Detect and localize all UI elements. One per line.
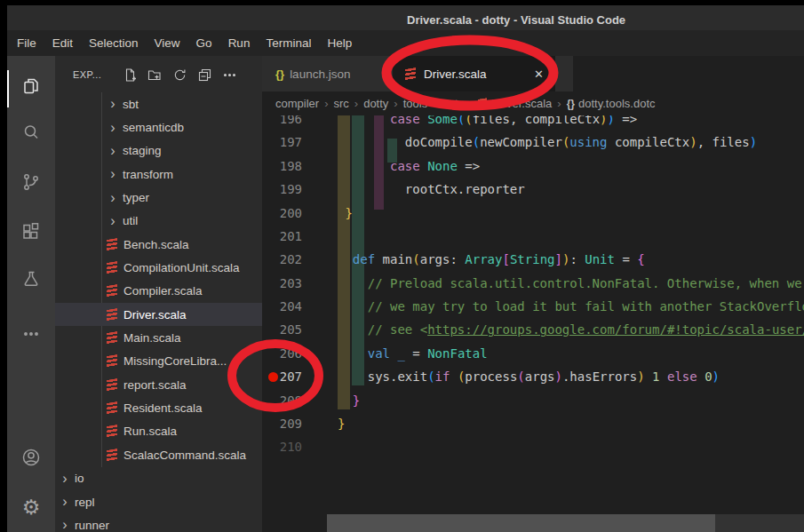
line-number-198[interactable]: 198 — [262, 155, 308, 178]
line-number-199[interactable]: 199 — [262, 178, 308, 201]
tree-item-semanticdb[interactable]: ›semanticdb — [55, 115, 262, 139]
tree-item-typer[interactable]: ›typer — [55, 186, 262, 209]
code-line-198[interactable]: case None => — [338, 155, 804, 178]
breadcrumb-label: dotty — [363, 97, 388, 110]
tree-item-resident-scala[interactable]: Resident.scala — [55, 396, 262, 419]
line-number-203[interactable]: 203 — [262, 272, 308, 295]
symbol-namespace-icon: {} — [567, 98, 575, 110]
code-line-210[interactable] — [338, 435, 804, 458]
breadcrumb-item-tools[interactable]: tools — [403, 97, 427, 110]
tree-item-missingcorelibra[interactable]: MissingCoreLibra... — [55, 350, 262, 373]
more-views-button[interactable] — [7, 318, 55, 350]
menu-item-file[interactable]: File — [9, 30, 44, 56]
menu-item-help[interactable]: Help — [319, 30, 360, 56]
account-icon — [20, 447, 42, 468]
extensions-view-button[interactable] — [7, 216, 55, 248]
line-number-207[interactable]: 207 — [262, 365, 308, 388]
code-token: using — [569, 135, 607, 149]
menu-item-edit[interactable]: Edit — [44, 30, 81, 56]
tree-item-label: runner — [75, 519, 109, 532]
horizontal-scrollbar[interactable] — [327, 514, 804, 532]
code-line-207[interactable]: sys.exit(if (process(args).hasErrors) 1 … — [338, 365, 804, 388]
breadcrumb-item-driver-scala[interactable]: Driver.scala — [478, 97, 552, 110]
testing-view-button[interactable] — [7, 263, 55, 295]
explorer-view-button[interactable] — [7, 70, 55, 102]
tree-item-scalaccommand-scala[interactable]: ScalacCommand.scala — [55, 443, 262, 466]
new-folder-icon[interactable] — [147, 67, 163, 83]
tab-launch-json[interactable]: {} launch.json — [262, 56, 393, 91]
tab-driver-scala[interactable]: Driver.scala ✕ — [393, 56, 555, 91]
tree-item-sbt[interactable]: ›sbt — [55, 92, 262, 115]
tree-item-util[interactable]: ›util — [55, 210, 262, 233]
refresh-icon[interactable] — [172, 67, 187, 83]
menu-item-view[interactable]: View — [147, 30, 188, 56]
source-control-view-button[interactable] — [7, 166, 55, 198]
line-number-label: 209 — [280, 417, 302, 431]
code-line-199[interactable]: rootCtx.reporter — [338, 178, 804, 201]
code-token: args — [525, 369, 555, 384]
code-token: None — [427, 159, 458, 173]
line-number-204[interactable]: 204 — [262, 295, 308, 318]
breadcrumb-item-dotty-tools-dotc[interactable]: {}dotty.tools.dotc — [567, 97, 656, 110]
more-actions-icon[interactable] — [222, 67, 237, 83]
code-line-206[interactable]: val _ = NonFatal — [338, 342, 804, 365]
tree-item-label: semanticdb — [123, 121, 184, 134]
code-line-197[interactable]: doCompile(newCompiler(using compileCtx),… — [338, 131, 804, 154]
menu-item-go[interactable]: Go — [188, 30, 220, 56]
new-file-icon[interactable] — [123, 67, 138, 83]
code-line-196[interactable]: case Some((files, compileCtx)) => — [338, 115, 804, 131]
tree-item-report-scala[interactable]: report.scala — [55, 373, 262, 396]
line-number-197[interactable]: 197 — [262, 131, 308, 154]
code-token: else — [667, 369, 697, 384]
tree-item-repl[interactable]: ›repl — [55, 490, 262, 513]
code-line-208[interactable]: } — [338, 389, 804, 412]
tree-item-driver-scala[interactable]: Driver.scala — [55, 303, 262, 326]
breakpoint-dot[interactable] — [268, 372, 278, 382]
code-line-201[interactable] — [338, 225, 804, 248]
tree-item-main-scala[interactable]: Main.scala — [55, 326, 262, 349]
tree-item-compilationunit-scala[interactable]: CompilationUnit.scala — [55, 256, 262, 279]
collapse-folders-icon[interactable] — [197, 67, 212, 83]
tree-item-label: util — [123, 214, 138, 227]
line-number-196[interactable]: 196 — [262, 115, 308, 131]
accounts-button[interactable] — [7, 441, 55, 473]
code-token: def — [353, 252, 375, 266]
chevron-right-icon: › — [59, 496, 71, 508]
close-tab-icon[interactable]: ✕ — [534, 67, 544, 81]
code-line-200[interactable]: } — [338, 202, 804, 225]
tree-item-io[interactable]: ›io — [55, 467, 262, 490]
scala-icon — [107, 331, 117, 345]
line-number-206[interactable]: 206 — [262, 342, 308, 365]
code-line-209[interactable]: } — [338, 412, 804, 435]
breadcrumb-item-dotc[interactable]: dotc — [442, 97, 465, 110]
menu-item-selection[interactable]: Selection — [81, 30, 147, 56]
menu-item-run[interactable]: Run — [220, 30, 259, 56]
menu-item-terminal[interactable]: Terminal — [258, 30, 319, 56]
line-number-200[interactable]: 200 — [262, 202, 308, 225]
line-number-209[interactable]: 209 — [262, 412, 308, 435]
line-number-202[interactable]: 202 — [262, 248, 308, 271]
breadcrumb-item-dotty[interactable]: dotty — [363, 97, 388, 110]
code-token — [338, 252, 353, 266]
line-number-210[interactable]: 210 — [262, 435, 308, 458]
breadcrumb-item-src[interactable]: src — [333, 97, 348, 110]
code-line-202[interactable]: def main(args: Array[String]): Unit = { — [338, 248, 804, 271]
scrollbar-slider[interactable] — [327, 514, 715, 532]
tree-item-staging[interactable]: ›staging — [55, 139, 262, 163]
code-line-205[interactable]: // see <https://groups.google.com/forum/… — [338, 318, 804, 341]
tree-item-runner[interactable]: ›runner — [55, 513, 262, 532]
line-number-208[interactable]: 208 — [262, 389, 308, 412]
code-line-203[interactable]: // Preload scala.util.control.NonFatal. … — [338, 272, 804, 295]
line-number-201[interactable]: 201 — [262, 225, 308, 248]
code-line-204[interactable]: // we may try to load it but fail with a… — [338, 295, 804, 318]
tree-item-transform[interactable]: ›transform — [55, 163, 262, 186]
breadcrumb-item-compiler[interactable]: compiler — [275, 97, 319, 110]
tree-item-compiler-scala[interactable]: Compiler.scala — [55, 280, 262, 303]
tree-item-run-scala[interactable]: Run.scala — [55, 420, 262, 443]
tree-item-bench-scala[interactable]: Bench.scala — [55, 233, 262, 256]
code-token: // Preload scala.util.control.NonFatal. … — [368, 276, 802, 290]
search-view-button[interactable] — [7, 116, 55, 148]
scala-icon — [107, 449, 117, 462]
line-number-205[interactable]: 205 — [262, 318, 308, 341]
settings-button[interactable]: ⚙ — [7, 491, 55, 523]
